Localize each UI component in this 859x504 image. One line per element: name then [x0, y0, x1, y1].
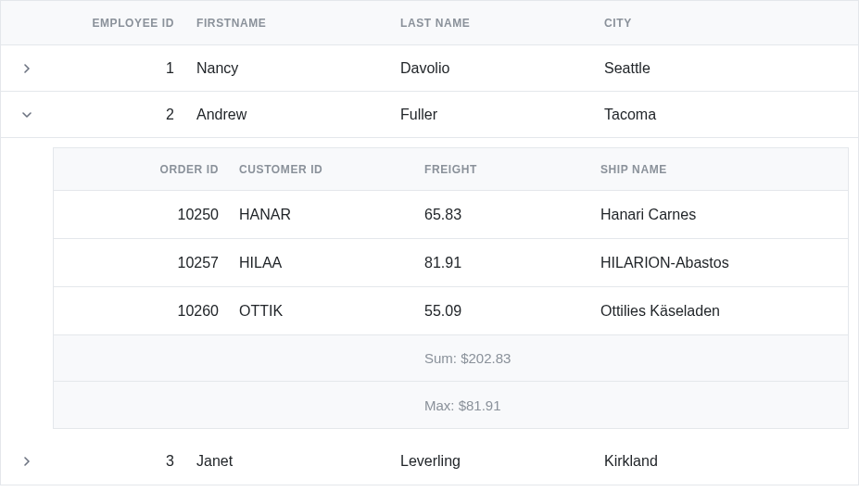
- chevron-right-icon: [22, 64, 32, 73]
- cell-employee-id: 2: [53, 107, 196, 123]
- detail-summary-sum: Sum: $202.83: [54, 335, 848, 382]
- dcell-freight: 65.83: [424, 207, 600, 223]
- detail-row[interactable]: 10260 OTTIK 55.09 Ottilies Käseladen: [54, 287, 848, 335]
- cell-firstname: Andrew: [196, 107, 400, 123]
- cell-firstname: Janet: [196, 453, 400, 470]
- col-header-employee-id[interactable]: EMPLOYEE ID: [53, 17, 196, 30]
- dcol-header-customer-id[interactable]: CUSTOMER ID: [239, 163, 424, 176]
- dcol-header-order-id[interactable]: ORDER ID: [54, 163, 239, 176]
- master-grid: EMPLOYEE ID FIRSTNAME LAST NAME CITY 1 N…: [0, 0, 859, 485]
- cell-city: Seattle: [604, 60, 858, 77]
- col-header-firstname[interactable]: FIRSTNAME: [196, 17, 400, 30]
- cell-firstname: Nancy: [196, 60, 400, 77]
- col-header-city[interactable]: CITY: [604, 17, 858, 30]
- dcell-freight: 81.91: [424, 255, 600, 271]
- chevron-right-icon: [22, 457, 32, 466]
- dcell-customer-id: HANAR: [239, 207, 424, 223]
- cell-city: Kirkland: [604, 453, 858, 470]
- table-row[interactable]: 3 Janet Leverling Kirkland: [1, 438, 858, 485]
- dcell-customer-id: OTTIK: [239, 303, 424, 320]
- expand-toggle[interactable]: [1, 64, 53, 73]
- expand-toggle[interactable]: [1, 457, 53, 466]
- dcell-customer-id: HILAA: [239, 255, 424, 271]
- cell-employee-id: 3: [53, 453, 196, 470]
- cell-city: Tacoma: [604, 107, 858, 123]
- detail-summary-max: Max: $81.91: [54, 382, 848, 428]
- dcell-order-id: 10260: [54, 303, 239, 320]
- cell-employee-id: 1: [53, 60, 196, 77]
- dcell-order-id: 10257: [54, 255, 239, 271]
- cell-lastname: Fuller: [400, 107, 604, 123]
- table-row[interactable]: 1 Nancy Davolio Seattle: [1, 45, 858, 92]
- expand-toggle[interactable]: [1, 110, 53, 120]
- dcol-header-ship-name[interactable]: SHIP NAME: [600, 163, 848, 176]
- chevron-down-icon: [22, 110, 32, 120]
- detail-grid: ORDER ID CUSTOMER ID FREIGHT SHIP NAME 1…: [53, 147, 849, 429]
- detail-header-row: ORDER ID CUSTOMER ID FREIGHT SHIP NAME: [54, 148, 848, 191]
- summary-sum-value: Sum: $202.83: [424, 350, 600, 366]
- detail-row[interactable]: 10257 HILAA 81.91 HILARION-Abastos: [54, 239, 848, 287]
- dcell-ship-name: Ottilies Käseladen: [600, 303, 848, 320]
- dcell-order-id: 10250: [54, 207, 239, 223]
- detail-panel: ORDER ID CUSTOMER ID FREIGHT SHIP NAME 1…: [1, 138, 858, 438]
- col-header-lastname[interactable]: LAST NAME: [400, 17, 604, 30]
- dcol-header-freight[interactable]: FREIGHT: [424, 163, 600, 176]
- detail-row[interactable]: 10250 HANAR 65.83 Hanari Carnes: [54, 191, 848, 239]
- dcell-freight: 55.09: [424, 303, 600, 320]
- dcell-ship-name: Hanari Carnes: [600, 207, 848, 223]
- master-header-row: EMPLOYEE ID FIRSTNAME LAST NAME CITY: [1, 1, 858, 45]
- cell-lastname: Leverling: [400, 453, 604, 470]
- cell-lastname: Davolio: [400, 60, 604, 77]
- table-row[interactable]: 2 Andrew Fuller Tacoma: [1, 92, 858, 138]
- summary-max-value: Max: $81.91: [424, 397, 600, 413]
- dcell-ship-name: HILARION-Abastos: [600, 255, 848, 271]
